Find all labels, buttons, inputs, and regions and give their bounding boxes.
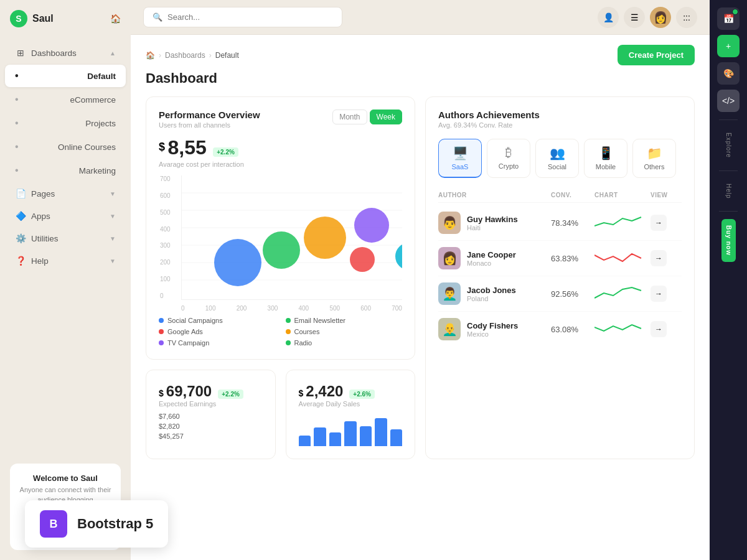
- earnings-val3: $45,257: [159, 432, 263, 440]
- bar-2: [314, 427, 326, 446]
- perf-currency: $: [159, 141, 165, 153]
- earnings-currency: $: [159, 388, 164, 398]
- sidebar-toggle[interactable]: 🏠: [110, 14, 121, 24]
- sidebar: S Saul 🏠 ⊞ Dashboards ▲ Default eCommerc…: [0, 0, 131, 560]
- bar-3: [329, 432, 342, 447]
- bar-1: [299, 436, 311, 447]
- authors-card: Authors Achievements Avg. 69.34% Conv. R…: [425, 96, 695, 459]
- sidebar-item-utilities[interactable]: ⚙️ Utilities ▼: [5, 228, 126, 249]
- earnings-val2: $2,820: [159, 422, 263, 430]
- help-icon: ❓: [15, 256, 26, 266]
- view-btn-cody[interactable]: →: [651, 321, 667, 337]
- author-tab-crypto[interactable]: ₿ Crypto: [487, 139, 530, 178]
- location-jane: Monaco: [467, 259, 516, 267]
- rs-add-icon[interactable]: +: [717, 35, 740, 57]
- expected-earnings-card: $ 69,700 +2.2% Expected Earnings $7,660 …: [146, 370, 276, 459]
- breadcrumb-default: Default: [215, 51, 239, 60]
- breadcrumb-bar: 🏠 › Dashboards › Default Create Project: [131, 35, 710, 70]
- settings-icon[interactable]: ☰: [624, 7, 645, 28]
- sidebar-item-pages[interactable]: 📄 Pages ▼: [5, 183, 126, 204]
- author-tab-saas[interactable]: 🖥️ SaaS: [438, 139, 482, 178]
- breadcrumb-home-icon[interactable]: 🏠: [146, 51, 155, 60]
- name-guy: Guy Hawkins: [467, 215, 518, 224]
- sidebar-item-default[interactable]: Default: [5, 65, 126, 87]
- location-jacob: Poland: [467, 295, 516, 302]
- sidebar-label-apps: Apps: [31, 212, 50, 221]
- sidebar-item-projects[interactable]: Projects: [5, 112, 126, 134]
- breadcrumb-dashboards[interactable]: Dashboards: [165, 51, 205, 60]
- chart-jacob: [594, 284, 644, 303]
- page-title: Dashboard: [131, 70, 710, 96]
- app-logo[interactable]: S Saul: [10, 10, 54, 27]
- legend-dot-tv: [159, 340, 164, 345]
- sales-label: Average Daily Sales: [299, 400, 403, 408]
- search-input[interactable]: [167, 12, 333, 22]
- sales-value: 2,420: [306, 383, 343, 400]
- bubble-chart-svg: [181, 175, 402, 300]
- bubble-tvcampaign: [354, 208, 389, 243]
- rs-divider2: [719, 170, 738, 171]
- legend-social: Social Campaigns: [159, 317, 276, 324]
- saas-icon: 🖥️: [453, 146, 468, 161]
- conv-jacob: 92.56%: [551, 289, 594, 299]
- search-box: 🔍: [143, 7, 342, 27]
- main-area: 🔍 👤 ☰ 👩 ::: 🏠 › Dashboards › Default Cre…: [131, 0, 710, 560]
- week-tab[interactable]: Week: [370, 110, 402, 124]
- user-avatar[interactable]: 👩: [650, 7, 671, 28]
- sidebar-item-apps[interactable]: 🔷 Apps ▼: [5, 205, 126, 226]
- bootstrap-watermark: B Bootstrap 5: [25, 500, 168, 548]
- chart-jane: [594, 249, 644, 268]
- rs-explore-label[interactable]: Explore: [725, 128, 732, 163]
- legend-label-courses: Courses: [294, 328, 320, 335]
- bootstrap-label: Bootstrap 5: [77, 516, 153, 532]
- avatar-guy: 👨: [438, 212, 461, 234]
- rs-color-icon[interactable]: 🎨: [717, 62, 740, 85]
- logo-icon: S: [10, 10, 27, 27]
- others-icon: 📁: [647, 146, 662, 161]
- sidebar-item-help[interactable]: ❓ Help ▼: [5, 250, 126, 271]
- earnings-value: 69,700: [166, 383, 212, 400]
- sidebar-item-marketing[interactable]: Marketing: [5, 159, 126, 182]
- view-btn-guy[interactable]: →: [651, 215, 667, 231]
- author-tab-mobile[interactable]: 📱 Mobile: [584, 139, 627, 178]
- rs-calendar-icon[interactable]: 📅: [717, 7, 740, 30]
- notification-icon[interactable]: 👤: [598, 7, 619, 28]
- sidebar-item-ecommerce[interactable]: eCommerce: [5, 88, 126, 111]
- legend-googleads: Google Ads: [159, 328, 276, 335]
- bar-7: [390, 429, 403, 447]
- view-btn-jane[interactable]: →: [651, 250, 667, 266]
- period-tabs: Month Week: [332, 110, 402, 124]
- saas-label: SaaS: [452, 163, 469, 170]
- author-tab-social[interactable]: 👥 Social: [535, 139, 579, 178]
- month-tab[interactable]: Month: [332, 110, 367, 124]
- name-cody: Cody Fishers: [467, 321, 518, 330]
- rs-help-label[interactable]: Help: [725, 179, 732, 204]
- bootstrap-icon: B: [40, 510, 67, 538]
- view-btn-jacob[interactable]: →: [651, 286, 667, 302]
- legend-label-radio: Radio: [294, 339, 312, 347]
- create-project-button[interactable]: Create Project: [618, 45, 695, 65]
- author-col-author: AUTHOR: [438, 192, 551, 198]
- social-icon: 👥: [550, 146, 565, 161]
- bar-5: [360, 426, 372, 447]
- dashboards-icon: ⊞: [15, 48, 26, 58]
- welcome-title: Welcome to Saul: [17, 474, 113, 483]
- author-col-chart: CHART: [594, 192, 651, 198]
- sidebar-item-dashboards[interactable]: ⊞ Dashboards ▲: [5, 42, 126, 63]
- breadcrumb-sep1: ›: [159, 51, 161, 60]
- conv-jane: 63.83%: [551, 254, 594, 263]
- author-tab-others[interactable]: 📁 Others: [632, 139, 676, 178]
- authors-sub: Avg. 69.34% Conv. Rate: [438, 121, 682, 129]
- sidebar-label-dashboards: Dashboards: [31, 49, 77, 58]
- rs-code-icon[interactable]: </>: [717, 90, 740, 112]
- sidebar-item-online-courses[interactable]: Online Courses: [5, 136, 126, 158]
- rs-buy-now-btn[interactable]: Buy now: [721, 219, 736, 262]
- avatar-jane: 👩: [438, 247, 461, 269]
- legend-dot-social: [159, 318, 164, 323]
- grid-icon[interactable]: :::: [676, 7, 697, 28]
- author-row-jacob: 👨‍🦱 Jacob Jones Poland 92.56% →: [438, 276, 682, 312]
- right-sidebar: 📅 + 🎨 </> Explore Help Buy now: [710, 0, 747, 560]
- dashboard-grid: Performance Overview Users from all chan…: [131, 96, 710, 474]
- author-tabs: 🖥️ SaaS ₿ Crypto 👥 Social 📱 Mobile: [438, 139, 682, 178]
- content: 🏠 › Dashboards › Default Create Project …: [131, 35, 710, 560]
